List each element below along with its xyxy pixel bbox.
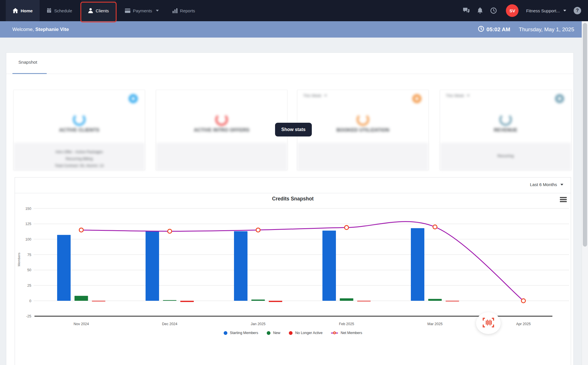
legend-ring-marker — [331, 331, 338, 334]
status-badge-icon — [129, 94, 138, 103]
svg-text:50: 50 — [27, 268, 31, 272]
chart-period-select[interactable]: Last 6 Months — [530, 182, 563, 187]
stat-card-content: ACTIVE INTRO OFFERS — [156, 90, 287, 170]
loading-donut — [73, 113, 86, 126]
chevron-down-icon — [563, 10, 566, 11]
stat-card-title: BOOKED UTILIZATION — [297, 127, 428, 133]
svg-text:125: 125 — [25, 222, 31, 226]
show-stats-button[interactable]: Show stats — [275, 123, 312, 136]
legend-item[interactable]: New — [267, 331, 280, 335]
avatar-initials: SV — [509, 8, 515, 13]
loading-donut — [499, 113, 512, 126]
stat-card-footer: Recurring — [440, 143, 571, 170]
period-label: This Week — [303, 93, 322, 98]
nav-items: Home Schedule Clients Payments — [6, 0, 202, 21]
nav-item-payments[interactable]: Payments — [118, 0, 166, 21]
svg-text:150: 150 — [25, 207, 31, 211]
stat-card-footer — [156, 143, 287, 170]
main-content-card: Snapshot ACTIVE CLIENTS Intro Offer - Ac… — [6, 52, 574, 365]
chevron-down-icon — [560, 184, 563, 186]
active-tab-indicator — [12, 73, 47, 74]
home-icon — [13, 8, 18, 13]
datetime-area: 05:02 AM Thursday, May 1, 2025 — [478, 21, 574, 38]
calendar-icon — [47, 8, 52, 13]
avatar[interactable]: SV — [506, 4, 519, 17]
bar-chart-icon — [173, 8, 177, 13]
card-period-select[interactable]: This Week — [303, 93, 327, 98]
help-glyph: ? — [576, 8, 579, 13]
barcode-scan-icon — [482, 317, 494, 329]
card-period-select[interactable]: This Week — [446, 93, 469, 98]
page-scrollbar-track[interactable] — [582, 21, 588, 365]
stat-card-content: This Week REVENUE Recurring — [440, 90, 571, 170]
period-label: This Week — [446, 93, 464, 98]
footer-line: Recurring Billing — [14, 155, 145, 162]
stat-card-revenue: This Week REVENUE Recurring — [440, 90, 571, 170]
legend-dot — [224, 331, 227, 335]
legend-label: Net Members — [341, 331, 362, 335]
nav-item-reports[interactable]: Reports — [166, 0, 202, 21]
page-scrollbar-thumb[interactable] — [583, 23, 587, 247]
legend-item[interactable]: No Longer Active — [289, 331, 322, 335]
legend-label: No Longer Active — [295, 331, 322, 335]
chart-period-label: Last 6 Months — [530, 182, 557, 187]
nav-item-schedule[interactable]: Schedule — [40, 0, 79, 21]
gear-icon — [555, 94, 564, 103]
stat-card-title: ACTIVE CLIENTS — [14, 127, 145, 133]
chat-icon[interactable] — [463, 7, 470, 14]
legend-item[interactable]: Starting Members — [224, 331, 258, 335]
svg-text:Mar 2025: Mar 2025 — [428, 322, 443, 326]
svg-text:Dec 2024: Dec 2024 — [162, 322, 177, 326]
svg-text:Apr 2025: Apr 2025 — [516, 322, 531, 326]
account-menu[interactable]: Fitness Support... — [526, 8, 566, 13]
svg-text:0: 0 — [29, 299, 31, 303]
footer-line: Intro Offer - Active Packages — [14, 149, 145, 155]
footer-line: Total Contract: 93, Alumni: 13 — [14, 162, 145, 169]
stat-card-title: REVENUE — [440, 127, 571, 133]
svg-text:25: 25 — [27, 284, 31, 288]
tab-bar: Snapshot — [6, 53, 573, 74]
legend-label: Starting Members — [230, 331, 258, 335]
credit-card-icon — [125, 9, 130, 13]
user-name: Stephanie Vite — [35, 27, 69, 32]
help-icon[interactable]: ? — [574, 7, 581, 14]
svg-text:75: 75 — [27, 253, 31, 257]
stat-card-active-intro-offers: ACTIVE INTRO OFFERS — [156, 90, 287, 170]
svg-text:100: 100 — [25, 237, 31, 241]
history-clock-icon[interactable] — [490, 7, 497, 14]
svg-text:Nov 2024: Nov 2024 — [74, 322, 89, 326]
barcode-scan-button[interactable] — [476, 312, 501, 334]
time-text: 05:02 AM — [486, 26, 510, 33]
current-date: Thursday, May 1, 2025 — [519, 26, 574, 33]
nav-item-clients[interactable]: Clients — [81, 0, 116, 21]
dashboard-page: Home Schedule Clients Payments — [0, 0, 588, 365]
nav-item-label: Home — [21, 8, 33, 13]
account-label: Fitness Support... — [526, 8, 560, 13]
nav-utilities: SV Fitness Support... ? — [463, 0, 581, 21]
stat-card-active-clients: ACTIVE CLIENTS Intro Offer - Active Pack… — [13, 90, 145, 170]
chevron-down-icon — [467, 95, 469, 96]
stat-card-booked-utilization: This Week BOOKED UTILIZATION — [297, 90, 429, 170]
legend-item[interactable]: Net Members — [331, 331, 362, 335]
greeting-text: Welcome, — [12, 27, 34, 32]
person-icon — [88, 8, 93, 13]
credits-chart: 1501251007550250-25Nov 2024Dec 2024Jan 2… — [15, 193, 571, 328]
legend-label: New — [273, 331, 280, 335]
tab-snapshot[interactable]: Snapshot — [18, 60, 37, 65]
welcome-bar: Welcome, Stephanie Vite 05:02 AM Thursda… — [0, 21, 588, 38]
chart-header: Last 6 Months — [15, 177, 571, 193]
stat-card-footer: Intro Offer - Active Packages Recurring … — [14, 143, 145, 170]
credits-snapshot-panel: Last 6 Months Credits Snapshot Members 1… — [15, 177, 571, 365]
legend-dot — [267, 331, 270, 335]
stat-card-title: ACTIVE INTRO OFFERS — [156, 127, 287, 133]
svg-text:-25: -25 — [26, 314, 31, 318]
nav-item-label: Clients — [96, 8, 109, 13]
stat-card-content: ACTIVE CLIENTS Intro Offer - Active Pack… — [14, 90, 145, 170]
nav-item-home[interactable]: Home — [6, 0, 40, 21]
nav-item-label: Schedule — [54, 8, 72, 13]
svg-text:Jan 2025: Jan 2025 — [251, 322, 265, 326]
notifications-bell-icon[interactable] — [477, 7, 483, 14]
top-navbar: Home Schedule Clients Payments — [0, 0, 588, 21]
nav-item-label: Payments — [133, 8, 152, 13]
legend-dot — [289, 331, 293, 335]
